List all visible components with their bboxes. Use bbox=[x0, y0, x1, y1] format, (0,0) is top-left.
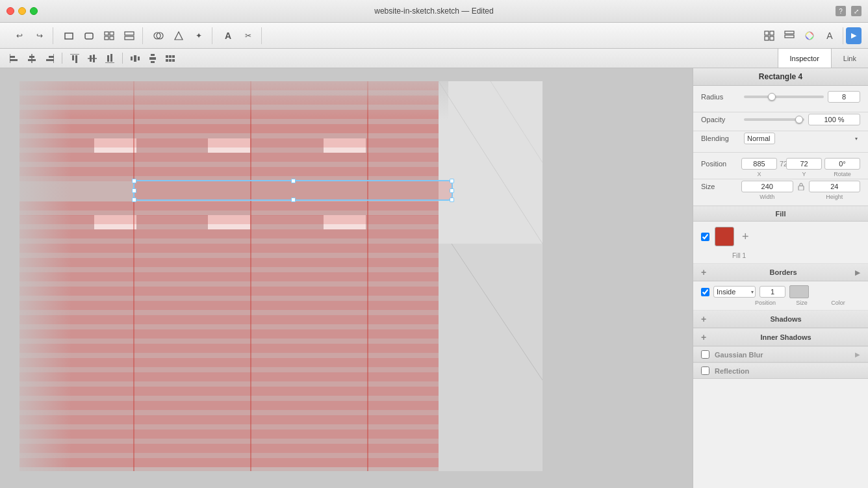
tidy-button[interactable] bbox=[162, 51, 178, 66]
handle-bl bbox=[132, 198, 136, 202]
rect-button[interactable] bbox=[60, 27, 78, 44]
svg-rect-14 bbox=[770, 36, 774, 40]
row-gap14 bbox=[19, 381, 448, 387]
distribute-h-button[interactable] bbox=[127, 51, 143, 66]
row-gap13 bbox=[19, 367, 448, 372]
rounded-rect-button[interactable] bbox=[80, 27, 98, 44]
fill-checkbox[interactable] bbox=[701, 233, 709, 241]
borders-plus-icon[interactable]: + bbox=[701, 267, 706, 277]
shadows-plus-icon[interactable]: + bbox=[701, 314, 706, 324]
rotation-input[interactable] bbox=[824, 158, 860, 170]
reflection-checkbox[interactable] bbox=[701, 366, 709, 375]
color-wheel-button[interactable] bbox=[800, 27, 819, 44]
align-top-button[interactable] bbox=[67, 51, 83, 66]
borders-section-header[interactable]: + Borders ▶ bbox=[693, 263, 868, 281]
inner-shadows-section-header[interactable]: + Inner Shadows bbox=[693, 328, 868, 346]
svg-rect-15 bbox=[785, 31, 794, 34]
undo-button[interactable]: ↩ bbox=[10, 27, 29, 44]
subtract-button[interactable] bbox=[170, 27, 188, 44]
svg-rect-0 bbox=[65, 33, 73, 39]
svg-rect-44 bbox=[169, 55, 172, 58]
align-center-h-button[interactable] bbox=[24, 51, 40, 66]
radius-section: Radius bbox=[693, 86, 868, 112]
row-band18 bbox=[19, 430, 448, 439]
row-gap bbox=[19, 133, 448, 138]
size-sub-labels: Width Height bbox=[701, 194, 860, 200]
scissors-button[interactable]: ✂ bbox=[239, 27, 257, 44]
inner-shadows-plus-icon[interactable]: + bbox=[701, 332, 706, 342]
size-row: Size bbox=[701, 181, 860, 192]
row-band17 bbox=[19, 415, 448, 424]
multi-rect-button[interactable] bbox=[100, 27, 118, 44]
border-sub-labels-row: Position Size Color bbox=[693, 300, 868, 310]
lock-icon[interactable] bbox=[796, 183, 806, 190]
inspector-panel: Rectangle 4 Radius Opacity bbox=[693, 68, 868, 488]
height-label: Height bbox=[809, 194, 861, 200]
intersect-button[interactable]: ✦ bbox=[190, 27, 208, 44]
present-button[interactable]: ▶ bbox=[846, 27, 862, 44]
handle-tr bbox=[450, 179, 454, 183]
border-size-label: Size bbox=[785, 300, 818, 306]
height-input[interactable] bbox=[809, 181, 861, 192]
blending-select[interactable]: Normal Multiply Screen Overlay bbox=[744, 133, 775, 144]
row-band15 bbox=[19, 387, 448, 396]
grid-view-button[interactable] bbox=[760, 27, 778, 44]
width-input[interactable] bbox=[741, 181, 793, 192]
row-pattern bbox=[19, 81, 448, 471]
opacity-slider[interactable] bbox=[744, 118, 804, 121]
align-middle-button[interactable] bbox=[84, 51, 100, 66]
row-band16 bbox=[19, 401, 448, 410]
position-x-input[interactable] bbox=[741, 158, 777, 170]
radius-thumb[interactable] bbox=[768, 93, 776, 101]
row-band bbox=[19, 110, 448, 119]
border-color-swatch[interactable] bbox=[789, 285, 809, 298]
fill-item-label: Fill 1 bbox=[732, 252, 746, 259]
row-gap5 bbox=[19, 253, 448, 258]
close-button[interactable] bbox=[6, 7, 14, 15]
main-layout: Rectangle 4 Radius Opacity bbox=[0, 68, 868, 488]
align-right-button[interactable] bbox=[42, 51, 57, 66]
help-icon[interactable]: ? bbox=[836, 6, 846, 16]
union-button[interactable] bbox=[149, 27, 168, 44]
row-band bbox=[19, 81, 448, 90]
border-size-input[interactable] bbox=[760, 286, 785, 298]
align-bottom-button[interactable] bbox=[102, 51, 118, 66]
canvas-area[interactable] bbox=[0, 68, 693, 488]
border-position-select[interactable]: Inside Outside Center bbox=[713, 286, 756, 298]
fill-section-header: Fill bbox=[693, 206, 868, 222]
inspector-tab[interactable]: Inspector bbox=[778, 49, 831, 68]
radius-input[interactable] bbox=[828, 91, 860, 103]
opacity-label: Opacity bbox=[701, 116, 740, 123]
svg-line-50 bbox=[491, 81, 542, 162]
minimize-button[interactable] bbox=[18, 7, 26, 15]
titlebar-right-controls: ? ⤢ bbox=[836, 6, 862, 16]
svg-rect-28 bbox=[72, 55, 74, 60]
opacity-thumb[interactable] bbox=[795, 116, 803, 123]
row-gap18 bbox=[19, 439, 448, 444]
gaussian-blur-checkbox[interactable] bbox=[701, 350, 709, 359]
svg-rect-46 bbox=[166, 59, 168, 62]
shadows-section-header[interactable]: + Shadows bbox=[693, 310, 868, 328]
radius-slider[interactable] bbox=[744, 96, 824, 98]
opacity-input[interactable] bbox=[808, 114, 860, 125]
expand-icon[interactable]: ⤢ bbox=[851, 6, 862, 16]
size-section: Size Width Height bbox=[693, 179, 868, 206]
text-button[interactable]: A bbox=[219, 27, 237, 44]
link-tab[interactable]: Link bbox=[831, 49, 868, 68]
fill-add-icon[interactable]: + bbox=[742, 230, 749, 244]
align-left-button[interactable] bbox=[6, 51, 22, 66]
reflection-section: Reflection bbox=[693, 363, 868, 379]
border-checkbox[interactable] bbox=[701, 288, 709, 296]
distribute-v-button[interactable] bbox=[145, 51, 160, 66]
arrange-button[interactable] bbox=[120, 27, 138, 44]
maximize-button[interactable] bbox=[30, 7, 38, 15]
position-y-input[interactable] bbox=[786, 158, 822, 170]
layout-view-button[interactable] bbox=[780, 27, 798, 44]
redo-button[interactable]: ↪ bbox=[31, 27, 49, 44]
radius-row: Radius bbox=[701, 91, 860, 103]
row-gap7 bbox=[19, 281, 448, 287]
font-button[interactable]: A bbox=[821, 27, 839, 44]
svg-marker-10 bbox=[175, 32, 183, 40]
fill-color-swatch[interactable] bbox=[715, 227, 734, 246]
position-section: Position 72 X Y Rotate bbox=[693, 153, 868, 179]
